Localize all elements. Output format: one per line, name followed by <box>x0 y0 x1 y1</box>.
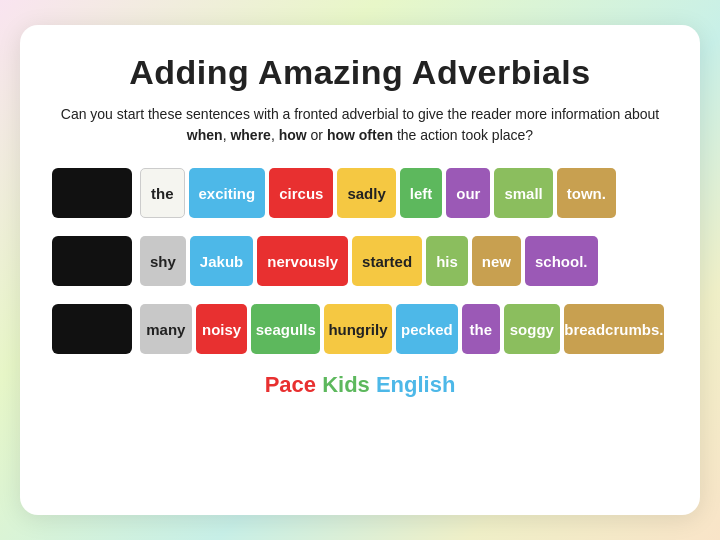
word-chip: left <box>400 168 443 218</box>
word-chip: noisy <box>196 304 248 354</box>
footer-pace: Pace <box>265 372 316 397</box>
main-card: Adding Amazing Adverbials Can you start … <box>20 25 700 515</box>
word-chip: many <box>140 304 192 354</box>
word-chip: the <box>140 168 185 218</box>
word-chip: pecked <box>396 304 458 354</box>
word-chip: breadcrumbs. <box>564 304 664 354</box>
footer-kids: Kids <box>316 372 376 397</box>
answer-box-2[interactable] <box>52 236 132 286</box>
word-chip: exciting <box>189 168 266 218</box>
sentence-row-2: shy Jakub nervously started his new scho… <box>52 236 668 286</box>
footer-english: English <box>376 372 455 397</box>
answer-box-1[interactable] <box>52 168 132 218</box>
word-chip: small <box>494 168 552 218</box>
word-chip: nervously <box>257 236 348 286</box>
answer-box-3[interactable] <box>52 304 132 354</box>
word-chip: started <box>352 236 422 286</box>
sentence-row-3: many noisy seagulls hungrily pecked the … <box>52 304 668 354</box>
word-chip: school. <box>525 236 598 286</box>
word-chip: circus <box>269 168 333 218</box>
page-title: Adding Amazing Adverbials <box>52 53 668 92</box>
word-chip: Jakub <box>190 236 253 286</box>
word-chip: our <box>446 168 490 218</box>
word-chip: new <box>472 236 521 286</box>
footer: Pace Kids English <box>52 372 668 398</box>
word-chip: the <box>462 304 500 354</box>
word-chip: his <box>426 236 468 286</box>
word-chip: soggy <box>504 304 560 354</box>
instructions-text: Can you start these sentences with a fro… <box>52 104 668 146</box>
sentence-row-1: the exciting circus sadly left our small… <box>52 168 668 218</box>
word-chip: hungrily <box>324 304 392 354</box>
word-chip: sadly <box>337 168 395 218</box>
word-chip: seagulls <box>251 304 320 354</box>
word-chip: shy <box>140 236 186 286</box>
word-chip: town. <box>557 168 616 218</box>
